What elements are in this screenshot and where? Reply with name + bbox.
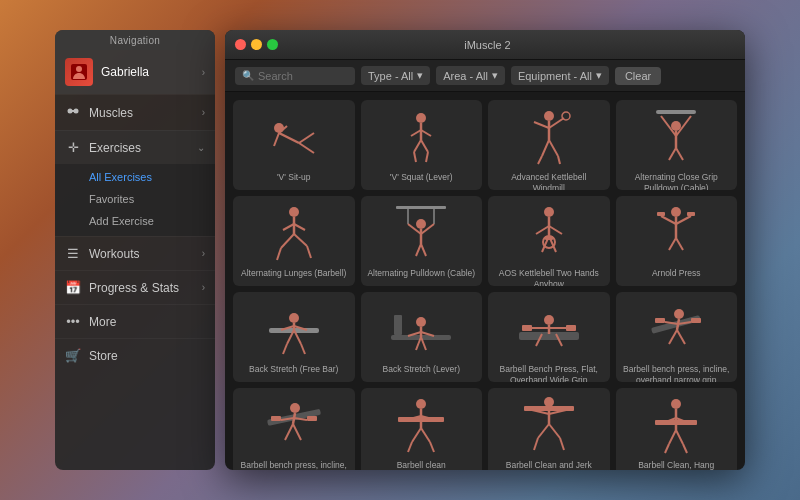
type-filter[interactable]: Type - All ▾ — [361, 66, 430, 85]
exercise-figure — [386, 108, 456, 168]
muscles-chevron-icon: › — [202, 107, 205, 118]
exercise-name: 'V' Sit-up — [275, 172, 312, 183]
exercise-name: Barbell Clean, Hang — [636, 460, 716, 470]
svg-point-104 — [290, 403, 300, 413]
sidebar-subitem-all-exercises[interactable]: All Exercises — [81, 166, 215, 188]
svg-line-38 — [294, 224, 305, 230]
sidebar-subitem-favorites[interactable]: Favorites — [81, 188, 215, 210]
exercise-card[interactable]: Barbell bench press, incline, underhand … — [233, 388, 355, 470]
svg-line-110 — [285, 424, 293, 440]
user-chevron-icon: › — [202, 67, 205, 78]
svg-line-17 — [421, 140, 428, 152]
exercise-figure — [259, 108, 329, 168]
exercise-card[interactable]: 'V' Sit-up — [233, 100, 355, 190]
svg-line-67 — [676, 238, 683, 250]
sidebar-title: Navigation — [55, 30, 215, 50]
muscles-label: Muscles — [89, 106, 202, 120]
search-input[interactable] — [258, 70, 343, 82]
exercise-card[interactable]: Barbell Clean and Jerk — [488, 388, 610, 470]
exercise-card[interactable]: Alternating Close Grip Pulldown (Cable) — [616, 100, 738, 190]
exercise-name: Advanced Kettlebell Windmill — [492, 172, 606, 190]
svg-point-79 — [416, 317, 426, 327]
exercise-name: Back Stretch (Free Bar) — [247, 364, 340, 375]
exercise-card[interactable]: Barbell bench press, incline, overhand n… — [616, 292, 738, 382]
exercise-card[interactable]: Arnold Press — [616, 196, 738, 286]
svg-line-63 — [676, 216, 691, 224]
exercise-name: Alternating Lunges (Barbell) — [239, 268, 348, 279]
svg-rect-4 — [70, 110, 76, 112]
area-filter[interactable]: Area - All ▾ — [436, 66, 505, 85]
exercise-card[interactable]: Barbell clean — [361, 388, 483, 470]
exercises-section: ✛ Exercises ⌄ All Exercises Favorites Ad… — [55, 130, 215, 236]
search-box[interactable]: 🔍 — [235, 67, 355, 85]
sidebar-item-muscles[interactable]: Muscles › — [55, 94, 215, 130]
svg-line-55 — [549, 226, 562, 234]
svg-line-37 — [283, 224, 294, 230]
exercise-card[interactable]: Alternating Lunges (Barbell) — [233, 196, 355, 286]
exercise-card[interactable]: AOS Kettlebell Two Hands Anyhow — [488, 196, 610, 286]
area-filter-chevron-icon: ▾ — [492, 69, 498, 82]
exercise-card[interactable]: Advanced Kettlebell Windmill — [488, 100, 610, 190]
workouts-label: Workouts — [89, 247, 202, 261]
svg-line-118 — [408, 442, 412, 452]
equipment-filter-label: Equipment - All — [518, 70, 592, 82]
user-name: Gabriella — [101, 65, 202, 79]
sidebar-item-exercises[interactable]: ✛ Exercises ⌄ — [55, 130, 215, 164]
search-icon: 🔍 — [242, 70, 254, 81]
exercise-name: 'V' Squat (Lever) — [388, 172, 455, 183]
muscles-icon — [65, 104, 81, 121]
close-button[interactable] — [235, 39, 246, 50]
svg-line-34 — [676, 148, 683, 160]
exercise-card[interactable]: Back Stretch (Free Bar) — [233, 292, 355, 382]
svg-line-26 — [549, 140, 558, 156]
exercises-label: Exercises — [89, 141, 197, 155]
exercise-name: Barbell bench press, incline, overhand n… — [620, 364, 734, 382]
sidebar-item-more[interactable]: ••• More — [55, 304, 215, 338]
svg-line-16 — [414, 152, 416, 162]
svg-line-21 — [534, 122, 549, 128]
sidebar: Navigation Gabriella › Muscles › ✛ Exerc… — [55, 30, 215, 470]
sidebar-user[interactable]: Gabriella › — [55, 50, 215, 94]
minimize-button[interactable] — [251, 39, 262, 50]
exercise-figure — [386, 300, 456, 360]
avatar — [65, 58, 93, 86]
sidebar-item-store[interactable]: 🛒 Store — [55, 338, 215, 372]
exercise-figure — [641, 396, 711, 456]
svg-line-117 — [412, 428, 421, 442]
sidebar-item-progress[interactable]: 📅 Progress & Stats › — [55, 270, 215, 304]
sidebar-item-workouts[interactable]: ☰ Workouts › — [55, 236, 215, 270]
svg-line-33 — [669, 148, 676, 160]
exercise-figure — [641, 108, 711, 168]
svg-line-6 — [279, 133, 299, 143]
svg-line-27 — [558, 156, 560, 164]
svg-point-52 — [544, 207, 554, 217]
svg-line-136 — [665, 444, 669, 453]
clear-button[interactable]: Clear — [615, 67, 661, 85]
svg-rect-125 — [524, 406, 574, 411]
traffic-lights — [235, 39, 278, 50]
exercise-card[interactable]: Alternating Pulldown (Cable) — [361, 196, 483, 286]
exercise-card[interactable]: 'V' Squat (Lever) — [361, 100, 483, 190]
exercise-figure — [259, 204, 329, 264]
svg-rect-109 — [307, 416, 317, 421]
exercise-card[interactable]: Barbell Bench Press, Flat, Overhand Wide… — [488, 292, 610, 382]
store-icon: 🛒 — [65, 348, 81, 363]
exercise-card[interactable]: Barbell Clean, Hang — [616, 388, 738, 470]
toolbar: 🔍 Type - All ▾ Area - All ▾ Equipment - … — [225, 60, 745, 92]
exercise-figure — [514, 396, 584, 456]
type-filter-label: Type - All — [368, 70, 413, 82]
exercise-figure — [386, 396, 456, 456]
exercise-figure — [514, 108, 584, 168]
svg-line-54 — [536, 226, 549, 234]
svg-line-24 — [542, 140, 549, 156]
exercise-card[interactable]: Back Stretch (Lever) — [361, 292, 483, 382]
maximize-button[interactable] — [267, 39, 278, 50]
svg-line-137 — [676, 430, 683, 444]
equipment-filter[interactable]: Equipment - All ▾ — [511, 66, 609, 85]
more-label: More — [89, 315, 205, 329]
svg-rect-108 — [271, 416, 281, 421]
workouts-icon: ☰ — [65, 246, 81, 261]
svg-line-128 — [549, 424, 560, 438]
exercises-icon: ✛ — [65, 140, 81, 155]
sidebar-subitem-add-exercise[interactable]: Add Exercise — [81, 210, 215, 232]
